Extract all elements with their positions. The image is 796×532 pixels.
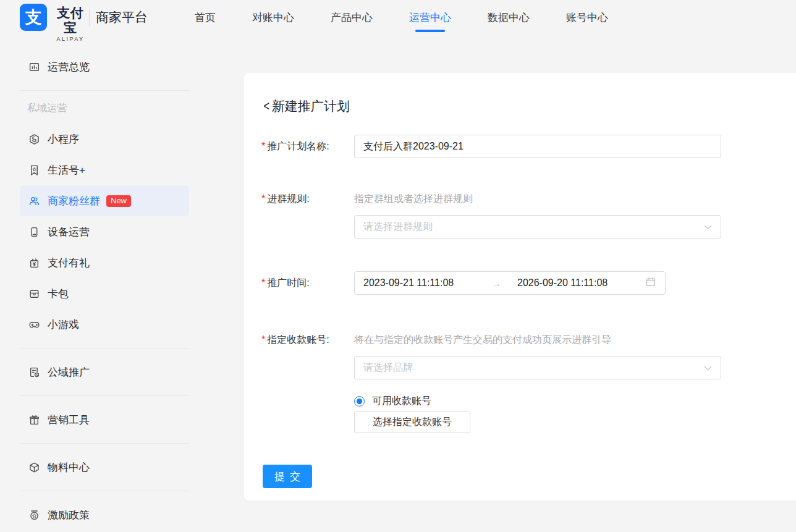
sidebar-item-miniprogram[interactable]: 小程序 (20, 124, 189, 154)
miniprogram-icon (28, 133, 40, 145)
gift-icon (28, 414, 40, 426)
sidebar-divider (20, 90, 189, 91)
sidebar-item-card-pack[interactable]: 卡包 (20, 278, 189, 309)
sidebar-item-label: 物料中心 (48, 460, 90, 475)
sidebar-divider (20, 395, 189, 396)
calendar-icon (645, 276, 656, 290)
payee-account-hint: 将在与指定的收款账号产生交易的支付成功页展示进群引导 (354, 333, 721, 347)
top-nav: 首页 对账中心 产品中心 运营中心 数据中心 账号中心 (195, 0, 608, 35)
platform-title: 商家平台 (96, 9, 148, 26)
available-account-radio-label: 可用收款账号 (372, 395, 431, 408)
sidebar-item-label: 生活号+ (48, 163, 85, 177)
brand-select[interactable]: 请选择品牌 (354, 356, 721, 379)
public-promo-icon (28, 366, 40, 378)
nav-tab-data[interactable]: 数据中心 (488, 0, 530, 35)
available-account-radio[interactable] (354, 396, 365, 407)
required-mark: * (261, 192, 265, 206)
sidebar: 运营总览 私域运营 小程序 生活号+ 商家粉丝群 New 设备运营 支付有礼 (0, 35, 192, 532)
top-header: 支 支付宝 ALIPAY 商家平台 首页 对账中心 产品中心 运营中心 数据中心… (0, 0, 796, 35)
sidebar-item-label: 运营总览 (48, 60, 90, 74)
group-rule-control: 指定群组或者选择进群规则 请选择进群规则 (354, 192, 721, 239)
choose-account-button[interactable]: 选择指定收款账号 (354, 411, 470, 433)
brand-select-placeholder: 请选择品牌 (363, 361, 704, 374)
medal-icon (28, 509, 40, 521)
range-end-value[interactable]: 2026-09-20 11:11:08 (517, 277, 645, 289)
nav-tab-products[interactable]: 产品中心 (331, 0, 373, 35)
sidebar-item-incentive-policy[interactable]: 激励政策 (20, 499, 189, 530)
chevron-down-icon (704, 221, 712, 232)
sidebar-item-operations-overview[interactable]: 运营总览 (20, 51, 189, 82)
payee-account-control: 将在与指定的收款账号产生交易的支付成功页展示进群引导 请选择品牌 可用收款账号 … (354, 333, 721, 433)
range-arrow-icon: → (492, 278, 501, 289)
fans-group-icon (28, 195, 40, 207)
sidebar-item-label: 小程序 (48, 132, 79, 146)
payee-account-label-text: 指定收款账号: (267, 333, 329, 347)
sidebar-item-merchant-fans-group[interactable]: 商家粉丝群 New (20, 185, 189, 216)
sidebar-item-label: 激励政策 (48, 508, 90, 522)
header-divider (89, 9, 90, 26)
sidebar-item-material-center[interactable]: 物料中心 (20, 452, 189, 483)
sidebar-item-label: 小游戏 (48, 318, 79, 332)
required-mark: * (261, 276, 265, 290)
submit-row: 提交 (244, 465, 796, 488)
plan-name-label: * 推广计划名称: (261, 135, 354, 158)
plan-name-input[interactable] (354, 135, 721, 158)
gamepad-icon (28, 319, 40, 331)
group-rule-row: * 进群规则: 指定群组或者选择进群规则 请选择进群规则 (244, 192, 796, 239)
nav-tab-operations[interactable]: 运营中心 (409, 0, 451, 35)
sidebar-item-lifestyle-account[interactable]: 生活号+ (20, 154, 189, 185)
promo-time-label: * 推广时间: (261, 271, 354, 295)
available-account-radio-row: 可用收款账号 (354, 395, 721, 408)
nav-tab-home[interactable]: 首页 (195, 0, 216, 35)
plan-name-label-text: 推广计划名称: (267, 140, 329, 153)
required-mark: * (261, 140, 265, 153)
payee-account-label: * 指定收款账号: (261, 333, 354, 433)
alipay-logo-glyph: 支 (25, 6, 42, 28)
sidebar-item-label: 营销工具 (48, 413, 90, 427)
sidebar-item-label: 卡包 (48, 287, 69, 301)
required-mark: * (261, 333, 265, 347)
submit-button[interactable]: 提交 (263, 465, 312, 488)
sidebar-item-label: 商家粉丝群 (48, 194, 100, 208)
cube-icon (28, 462, 40, 473)
range-start-value[interactable]: 2023-09-21 11:11:08 (363, 277, 487, 289)
nav-tab-reconciliation[interactable]: 对账中心 (252, 0, 294, 35)
group-rule-select[interactable]: 请选择进群规则 (354, 215, 721, 239)
sidebar-item-public-promotion[interactable]: 公域推广 (20, 357, 189, 387)
overview-board-icon (28, 61, 40, 73)
payment-gift-icon (28, 257, 40, 269)
bookmark-star-icon (28, 164, 40, 176)
alipay-logo-icon[interactable]: 支 (20, 4, 47, 31)
payee-account-row: * 指定收款账号: 将在与指定的收款账号产生交易的支付成功页展示进群引导 请选择… (244, 333, 796, 433)
sidebar-item-label: 公域推广 (48, 365, 90, 379)
radio-dot (357, 399, 362, 404)
nav-tab-account[interactable]: 账号中心 (566, 0, 608, 35)
sidebar-item-payment-gift[interactable]: 支付有礼 (20, 247, 189, 278)
back-icon[interactable]: < (264, 98, 270, 114)
group-rule-hint: 指定群组或者选择进群规则 (354, 192, 721, 206)
sidebar-item-minigame[interactable]: 小游戏 (20, 309, 189, 340)
brand-name: 支付宝 (51, 6, 90, 35)
new-badge: New (106, 195, 131, 207)
group-rule-label: * 进群规则: (261, 192, 354, 239)
plan-name-row: * 推广计划名称: (244, 135, 796, 158)
sidebar-divider (20, 491, 189, 491)
group-rule-placeholder: 请选择进群规则 (363, 221, 704, 234)
sidebar-item-device-operations[interactable]: 设备运营 (20, 216, 189, 247)
promo-time-range[interactable]: 2023-09-21 11:11:08 → 2026-09-20 11:11:0… (354, 271, 666, 295)
sidebar-divider (20, 443, 189, 444)
device-icon (28, 226, 40, 238)
sidebar-section-private-domain: 私域运营 (27, 99, 192, 117)
card-pack-icon (28, 288, 40, 300)
sidebar-item-label: 设备运营 (48, 225, 90, 239)
sidebar-divider (20, 348, 189, 348)
page-title: 新建推广计划 (272, 98, 350, 115)
main-content-card: < 新建推广计划 * 推广计划名称: * 进群规则: 指定群组或者选择进群规则 … (244, 73, 796, 500)
page-title-row: < 新建推广计划 (244, 73, 796, 115)
sidebar-item-marketing-tools[interactable]: 营销工具 (20, 404, 189, 435)
promo-time-row: * 推广时间: 2023-09-21 11:11:08 → 2026-09-20… (244, 271, 796, 295)
chevron-down-icon (704, 362, 712, 373)
sidebar-item-label: 支付有礼 (48, 256, 90, 270)
promo-time-label-text: 推广时间: (267, 276, 309, 290)
group-rule-label-text: 进群规则: (267, 192, 309, 206)
